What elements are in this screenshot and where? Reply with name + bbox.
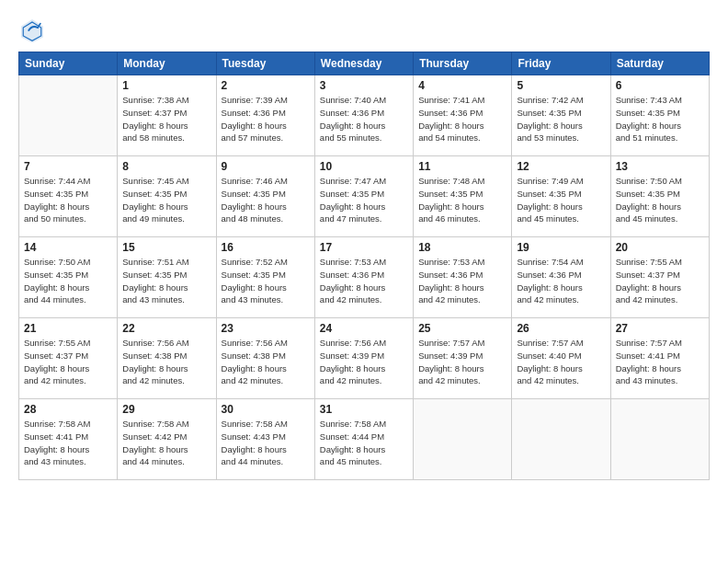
page: SundayMondayTuesdayWednesdayThursdayFrid…: [0, 0, 728, 563]
calendar-cell: 22Sunrise: 7:56 AM Sunset: 4:38 PM Dayli…: [118, 318, 216, 399]
cell-details: Sunrise: 7:47 AM Sunset: 4:35 PM Dayligh…: [320, 175, 408, 225]
cell-details: Sunrise: 7:55 AM Sunset: 4:37 PM Dayligh…: [616, 256, 704, 306]
calendar-cell: 7Sunrise: 7:44 AM Sunset: 4:35 PM Daylig…: [19, 156, 118, 237]
calendar-cell: [19, 75, 118, 156]
cell-details: Sunrise: 7:38 AM Sunset: 4:37 PM Dayligh…: [122, 94, 210, 144]
day-number: 31: [320, 403, 408, 416]
day-number: 4: [418, 79, 506, 92]
day-number: 18: [418, 241, 506, 254]
calendar-cell: 30Sunrise: 7:58 AM Sunset: 4:43 PM Dayli…: [216, 399, 314, 480]
calendar-cell: 12Sunrise: 7:49 AM Sunset: 4:35 PM Dayli…: [512, 156, 610, 237]
svg-marker-0: [21, 19, 43, 43]
cell-details: Sunrise: 7:45 AM Sunset: 4:35 PM Dayligh…: [122, 175, 210, 225]
weekday-header-friday: Friday: [512, 52, 610, 75]
day-number: 1: [122, 79, 210, 92]
day-number: 16: [222, 241, 310, 254]
day-number: 26: [517, 322, 605, 335]
calendar-cell: 13Sunrise: 7:50 AM Sunset: 4:35 PM Dayli…: [610, 156, 709, 237]
calendar-cell: 21Sunrise: 7:55 AM Sunset: 4:37 PM Dayli…: [19, 318, 118, 399]
cell-details: Sunrise: 7:58 AM Sunset: 4:44 PM Dayligh…: [320, 418, 408, 468]
calendar-cell: 5Sunrise: 7:42 AM Sunset: 4:35 PM Daylig…: [512, 75, 610, 156]
weekday-header-thursday: Thursday: [414, 52, 512, 75]
cell-details: Sunrise: 7:51 AM Sunset: 4:35 PM Dayligh…: [122, 256, 210, 306]
calendar-cell: [512, 399, 610, 480]
cell-details: Sunrise: 7:56 AM Sunset: 4:38 PM Dayligh…: [222, 337, 310, 387]
calendar-cell: 14Sunrise: 7:50 AM Sunset: 4:35 PM Dayli…: [19, 237, 118, 318]
calendar-cell: 19Sunrise: 7:54 AM Sunset: 4:36 PM Dayli…: [512, 237, 610, 318]
cell-details: Sunrise: 7:56 AM Sunset: 4:39 PM Dayligh…: [320, 337, 408, 387]
day-number: 19: [517, 241, 605, 254]
logo-icon: [18, 17, 46, 44]
calendar-cell: 31Sunrise: 7:58 AM Sunset: 4:44 PM Dayli…: [314, 399, 413, 480]
calendar-cell: 3Sunrise: 7:40 AM Sunset: 4:36 PM Daylig…: [314, 75, 413, 156]
cell-details: Sunrise: 7:50 AM Sunset: 4:35 PM Dayligh…: [24, 256, 112, 306]
day-number: 15: [122, 241, 210, 254]
cell-details: Sunrise: 7:58 AM Sunset: 4:43 PM Dayligh…: [222, 418, 310, 468]
cell-details: Sunrise: 7:44 AM Sunset: 4:35 PM Dayligh…: [24, 175, 112, 225]
cell-details: Sunrise: 7:50 AM Sunset: 4:35 PM Dayligh…: [616, 175, 704, 225]
day-number: 6: [616, 79, 704, 92]
weekday-header-wednesday: Wednesday: [314, 52, 413, 75]
cell-details: Sunrise: 7:55 AM Sunset: 4:37 PM Dayligh…: [24, 337, 112, 387]
day-number: 11: [418, 160, 506, 173]
header: [18, 17, 710, 44]
week-row-5: 28Sunrise: 7:58 AM Sunset: 4:41 PM Dayli…: [19, 399, 710, 480]
day-number: 23: [222, 322, 310, 335]
weekday-header-row: SundayMondayTuesdayWednesdayThursdayFrid…: [19, 52, 710, 75]
cell-details: Sunrise: 7:42 AM Sunset: 4:35 PM Dayligh…: [517, 94, 605, 144]
calendar-cell: 2Sunrise: 7:39 AM Sunset: 4:36 PM Daylig…: [216, 75, 314, 156]
calendar-cell: 1Sunrise: 7:38 AM Sunset: 4:37 PM Daylig…: [118, 75, 216, 156]
week-row-1: 1Sunrise: 7:38 AM Sunset: 4:37 PM Daylig…: [19, 75, 710, 156]
weekday-header-sunday: Sunday: [19, 52, 118, 75]
calendar-cell: 6Sunrise: 7:43 AM Sunset: 4:35 PM Daylig…: [610, 75, 709, 156]
cell-details: Sunrise: 7:53 AM Sunset: 4:36 PM Dayligh…: [418, 256, 506, 306]
calendar-cell: 17Sunrise: 7:53 AM Sunset: 4:36 PM Dayli…: [314, 237, 413, 318]
calendar-cell: 10Sunrise: 7:47 AM Sunset: 4:35 PM Dayli…: [314, 156, 413, 237]
cell-details: Sunrise: 7:56 AM Sunset: 4:38 PM Dayligh…: [122, 337, 210, 387]
day-number: 21: [24, 322, 112, 335]
calendar-cell: 8Sunrise: 7:45 AM Sunset: 4:35 PM Daylig…: [118, 156, 216, 237]
cell-details: Sunrise: 7:58 AM Sunset: 4:41 PM Dayligh…: [24, 418, 112, 468]
cell-details: Sunrise: 7:57 AM Sunset: 4:41 PM Dayligh…: [616, 337, 704, 387]
day-number: 5: [517, 79, 605, 92]
weekday-header-saturday: Saturday: [610, 52, 709, 75]
calendar-cell: 26Sunrise: 7:57 AM Sunset: 4:40 PM Dayli…: [512, 318, 610, 399]
logo: [18, 17, 50, 44]
cell-details: Sunrise: 7:54 AM Sunset: 4:36 PM Dayligh…: [517, 256, 605, 306]
day-number: 17: [320, 241, 408, 254]
day-number: 12: [517, 160, 605, 173]
calendar-cell: [610, 399, 709, 480]
calendar-cell: 27Sunrise: 7:57 AM Sunset: 4:41 PM Dayli…: [610, 318, 709, 399]
day-number: 8: [122, 160, 210, 173]
cell-details: Sunrise: 7:57 AM Sunset: 4:39 PM Dayligh…: [418, 337, 506, 387]
day-number: 29: [122, 403, 210, 416]
week-row-2: 7Sunrise: 7:44 AM Sunset: 4:35 PM Daylig…: [19, 156, 710, 237]
day-number: 13: [616, 160, 704, 173]
cell-details: Sunrise: 7:40 AM Sunset: 4:36 PM Dayligh…: [320, 94, 408, 144]
day-number: 2: [222, 79, 310, 92]
cell-details: Sunrise: 7:49 AM Sunset: 4:35 PM Dayligh…: [517, 175, 605, 225]
calendar-cell: 15Sunrise: 7:51 AM Sunset: 4:35 PM Dayli…: [118, 237, 216, 318]
cell-details: Sunrise: 7:53 AM Sunset: 4:36 PM Dayligh…: [320, 256, 408, 306]
cell-details: Sunrise: 7:48 AM Sunset: 4:35 PM Dayligh…: [418, 175, 506, 225]
week-row-3: 14Sunrise: 7:50 AM Sunset: 4:35 PM Dayli…: [19, 237, 710, 318]
day-number: 10: [320, 160, 408, 173]
calendar-cell: 11Sunrise: 7:48 AM Sunset: 4:35 PM Dayli…: [414, 156, 512, 237]
calendar-cell: 25Sunrise: 7:57 AM Sunset: 4:39 PM Dayli…: [414, 318, 512, 399]
day-number: 24: [320, 322, 408, 335]
cell-details: Sunrise: 7:46 AM Sunset: 4:35 PM Dayligh…: [222, 175, 310, 225]
calendar-cell: 29Sunrise: 7:58 AM Sunset: 4:42 PM Dayli…: [118, 399, 216, 480]
calendar-cell: 16Sunrise: 7:52 AM Sunset: 4:35 PM Dayli…: [216, 237, 314, 318]
cell-details: Sunrise: 7:39 AM Sunset: 4:36 PM Dayligh…: [222, 94, 310, 144]
day-number: 27: [616, 322, 704, 335]
cell-details: Sunrise: 7:57 AM Sunset: 4:40 PM Dayligh…: [517, 337, 605, 387]
day-number: 9: [222, 160, 310, 173]
day-number: 20: [616, 241, 704, 254]
week-row-4: 21Sunrise: 7:55 AM Sunset: 4:37 PM Dayli…: [19, 318, 710, 399]
calendar-cell: 24Sunrise: 7:56 AM Sunset: 4:39 PM Dayli…: [314, 318, 413, 399]
calendar-cell: 9Sunrise: 7:46 AM Sunset: 4:35 PM Daylig…: [216, 156, 314, 237]
calendar-cell: 20Sunrise: 7:55 AM Sunset: 4:37 PM Dayli…: [610, 237, 709, 318]
day-number: 22: [122, 322, 210, 335]
cell-details: Sunrise: 7:41 AM Sunset: 4:36 PM Dayligh…: [418, 94, 506, 144]
cell-details: Sunrise: 7:58 AM Sunset: 4:42 PM Dayligh…: [122, 418, 210, 468]
